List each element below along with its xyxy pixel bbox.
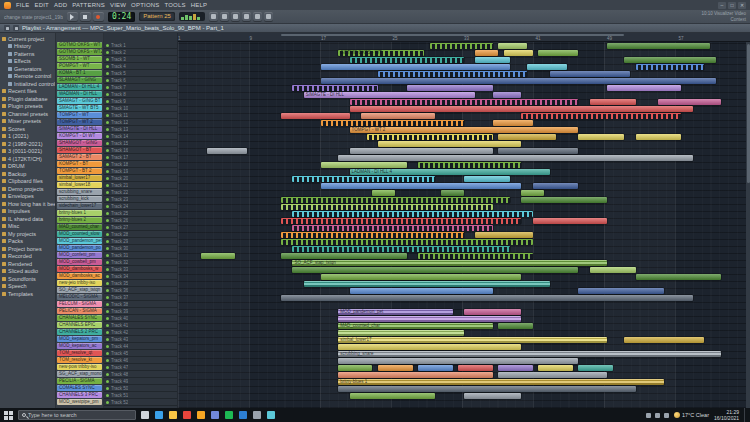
track-header[interactable]: Track 29 xyxy=(104,238,177,245)
track-header[interactable]: Track 46 xyxy=(104,357,177,364)
browser-item[interactable]: Speech xyxy=(2,283,55,291)
browser-item[interactable]: Patterns xyxy=(2,50,55,58)
pencil-icon[interactable] xyxy=(220,12,229,21)
playlist-clip[interactable]: TOMPGT - WT 2 xyxy=(350,127,579,133)
stop-button[interactable] xyxy=(80,12,91,21)
playlist-clip[interactable] xyxy=(350,288,493,294)
track-mute-led[interactable] xyxy=(106,394,109,397)
browser-item[interactable]: Recent files xyxy=(2,88,55,96)
track-header[interactable]: Track 17 xyxy=(104,154,177,161)
track-header[interactable]: Track 31 xyxy=(104,252,177,259)
playlist-clip[interactable] xyxy=(418,365,452,371)
picker-item[interactable]: SHAMGOT - GING xyxy=(57,140,102,146)
track-mute-led[interactable] xyxy=(106,142,109,145)
track-mute-led[interactable] xyxy=(106,135,109,138)
track-header[interactable]: Track 33 xyxy=(104,266,177,273)
playlist-clip[interactable] xyxy=(464,393,521,399)
playlist-clip[interactable] xyxy=(418,253,532,259)
chrome-icon[interactable] xyxy=(183,411,191,419)
playlist-clip[interactable] xyxy=(281,239,533,245)
track-header[interactable]: Track 50 xyxy=(104,385,177,392)
browser-panel[interactable]: Current projectHistoryPatternsEffectsGen… xyxy=(0,33,56,408)
menu-patterns[interactable]: PATTERNS xyxy=(72,2,105,8)
playlist-clip[interactable] xyxy=(292,246,509,252)
picker-item[interactable]: MOD_dambosks_w xyxy=(57,266,102,272)
playlist-clip[interactable] xyxy=(521,197,607,203)
playlist-clip[interactable] xyxy=(475,50,498,56)
playlist-clip[interactable]: LADMAN - DI HLL 4 xyxy=(350,169,550,175)
track-header[interactable]: Track 23 xyxy=(104,196,177,203)
track-mute-led[interactable] xyxy=(106,275,109,278)
playlist-titlebar[interactable]: Playlist - Arrangement — MPC_Super_Mario… xyxy=(0,24,750,33)
track-mute-led[interactable] xyxy=(106,254,109,257)
mute-icon[interactable] xyxy=(253,12,262,21)
track-header[interactable]: Track 27 xyxy=(104,224,177,231)
browser-item[interactable]: Sliced audio xyxy=(2,268,55,276)
browser-item[interactable]: How long has it been? xyxy=(2,200,55,208)
track-header[interactable]: Track 2 xyxy=(104,49,177,56)
playlist-clip[interactable] xyxy=(304,281,550,287)
tray-expand-icon[interactable] xyxy=(646,413,651,418)
playlist-clip[interactable] xyxy=(207,148,247,154)
menu-options[interactable]: OPTIONS xyxy=(131,2,159,8)
playlist-clip[interactable] xyxy=(407,85,493,91)
picker-item[interactable]: MOD_kepators_ac xyxy=(57,343,102,349)
playlist-clip[interactable] xyxy=(321,274,521,280)
track-header[interactable]: Track 28 xyxy=(104,231,177,238)
menu-add[interactable]: ADD xyxy=(54,2,67,8)
playlist-clip[interactable] xyxy=(521,190,544,196)
track-mute-led[interactable] xyxy=(106,51,109,54)
start-button[interactable] xyxy=(3,410,13,420)
picker-item[interactable]: britny-blues 2 xyxy=(57,217,102,223)
track-mute-led[interactable] xyxy=(106,212,109,215)
track-mute-led[interactable] xyxy=(106,345,109,348)
track-header[interactable]: Track 8 xyxy=(104,91,177,98)
track-mute-led[interactable] xyxy=(106,387,109,390)
browser-item[interactable]: 2 (1989-2021) xyxy=(2,140,55,148)
picker-item[interactable]: sidechain_lower17 xyxy=(57,203,102,209)
picker-item[interactable]: CHANALES SYNC xyxy=(57,315,102,321)
playlist-clip[interactable] xyxy=(475,232,532,238)
track-header[interactable]: Track 44 xyxy=(104,343,177,350)
picker-item[interactable]: GOTMO OKFS - WT xyxy=(57,42,102,48)
playlist-clip[interactable] xyxy=(338,372,492,378)
playlist-clip[interactable] xyxy=(538,365,572,371)
track-header[interactable]: Track 1 xyxy=(104,42,177,49)
record-button[interactable] xyxy=(93,12,104,21)
playlist-clip[interactable] xyxy=(281,197,510,203)
playlist-clip[interactable] xyxy=(636,274,722,280)
track-header[interactable]: Track 47 xyxy=(104,364,177,371)
track-header[interactable]: Track 35 xyxy=(104,280,177,287)
track-mute-led[interactable] xyxy=(106,149,109,152)
picker-item[interactable]: SAMAGT - GING BT xyxy=(57,98,102,104)
picker-item[interactable]: MELODIC - SIGMA xyxy=(57,294,102,300)
browser-item[interactable]: 3 (0011-0021) xyxy=(2,148,55,156)
track-mute-led[interactable] xyxy=(106,156,109,159)
task-view-icon[interactable] xyxy=(141,411,149,419)
menu-view[interactable]: VIEW xyxy=(110,2,126,8)
vertical-scrollbar[interactable] xyxy=(746,42,750,408)
playlist-clip[interactable]: GOTMO OKFS - WT xyxy=(338,50,424,56)
playlist-clip[interactable] xyxy=(350,106,693,112)
track-header[interactable]: Track 36 xyxy=(104,287,177,294)
browser-item[interactable]: My projects xyxy=(2,230,55,238)
track-mute-led[interactable] xyxy=(106,163,109,166)
browser-item[interactable]: IL shared data xyxy=(2,215,55,223)
playlist-clip[interactable] xyxy=(458,365,492,371)
browser-item[interactable]: 4 (172KT/CH) xyxy=(2,155,55,163)
track-headers[interactable]: Track 1Track 2Track 3Track 4Track 5Track… xyxy=(104,33,178,408)
weather-widget[interactable]: 17°C Clear xyxy=(674,412,709,418)
magnet-icon[interactable] xyxy=(209,12,218,21)
track-mute-led[interactable] xyxy=(106,219,109,222)
track-header[interactable]: Track 3 xyxy=(104,56,177,63)
browser-item[interactable]: Channel presets xyxy=(2,110,55,118)
picker-item[interactable]: SO_ACF_stap_tstqn xyxy=(57,287,102,293)
track-mute-led[interactable] xyxy=(106,93,109,96)
playlist-clip[interactable] xyxy=(372,190,395,196)
playlist-clip[interactable] xyxy=(338,365,372,371)
browser-item[interactable]: History xyxy=(2,43,55,51)
track-mute-led[interactable] xyxy=(106,359,109,362)
track-header[interactable]: Track 9 xyxy=(104,98,177,105)
playlist-clip[interactable] xyxy=(281,204,493,210)
track-header[interactable]: Track 4 xyxy=(104,63,177,70)
